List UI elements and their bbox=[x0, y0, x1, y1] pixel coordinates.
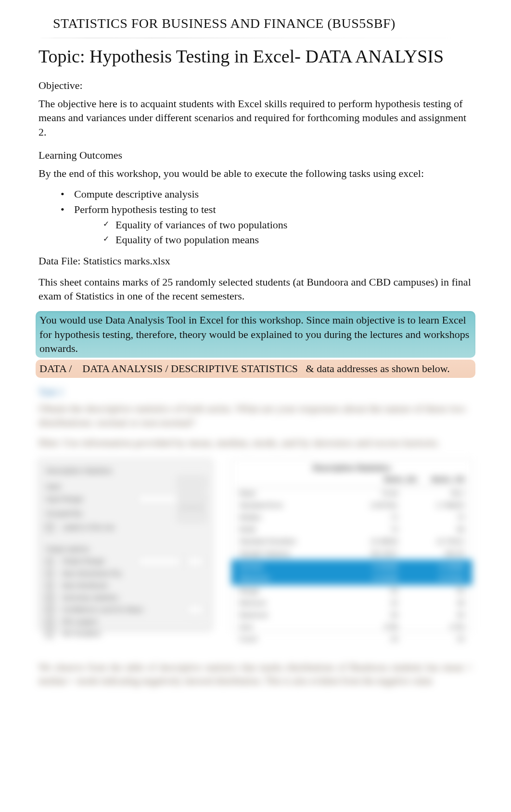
range-picker-icon bbox=[186, 557, 204, 566]
locked-footer-text: We observe from the table of descriptive… bbox=[38, 661, 473, 687]
callout-blue: You would use Data Analysis Tool in Exce… bbox=[36, 311, 475, 358]
dialog-label: Input Range: bbox=[46, 495, 132, 504]
dialog-label: Grouped By: bbox=[46, 509, 175, 518]
table-row: Standard Error2.6976412.758625 bbox=[236, 500, 467, 512]
range-picker-icon bbox=[186, 494, 204, 504]
table-row: Standard Deviation13.4882013.79312 bbox=[236, 536, 467, 548]
list-item: Equality of two population means bbox=[103, 233, 473, 247]
dialog-row: New Worksheet Ply: bbox=[46, 569, 204, 578]
excel-dialog: Descriptive Statistics Input Input Range… bbox=[38, 459, 212, 629]
outcomes-heading: Learning Outcomes bbox=[38, 148, 473, 162]
column-header: Marks_CB bbox=[432, 475, 464, 484]
data-file-label: Data File: Statistics marks.xlsx bbox=[38, 254, 473, 268]
checkbox-icon bbox=[46, 606, 53, 613]
table-row: Kurtosis-0.45283-0.23698 bbox=[239, 562, 464, 573]
table-row: Sample Variance181.9317190.25 bbox=[236, 548, 467, 560]
ok-button bbox=[178, 476, 205, 489]
list-item-label: Perform hypothesis testing to test bbox=[74, 203, 216, 215]
table-row: Minimum4238 bbox=[236, 597, 467, 609]
dialog-input bbox=[186, 605, 204, 614]
dialog-label: Labels in first row bbox=[62, 523, 204, 532]
dialog-label: Summary statistics bbox=[62, 593, 204, 602]
table-row: Mean70.6469.2 bbox=[236, 487, 467, 500]
dialog-title: Descriptive Statistics bbox=[46, 466, 204, 475]
radio-icon bbox=[46, 570, 53, 577]
breadcrumb-seg: DATA ANALYSIS bbox=[82, 362, 163, 375]
breadcrumb-sep: / bbox=[165, 362, 168, 375]
topic-title: Topic: Hypothesis Testing in Excel- DATA… bbox=[38, 44, 473, 69]
list-item: Compute descriptive analysis bbox=[61, 187, 473, 201]
dialog-row: Kth Largest: bbox=[46, 617, 204, 626]
checkbox-icon bbox=[46, 618, 53, 626]
data-file-desc: This sheet contains marks of 25 randomly… bbox=[38, 275, 473, 303]
dialog-row: Input bbox=[46, 482, 204, 491]
objective-heading: Objective: bbox=[38, 78, 473, 93]
dialog-row: Input Range: bbox=[46, 494, 204, 504]
dialog-input bbox=[137, 557, 181, 566]
figure-row: Descriptive Statistics Input Input Range… bbox=[38, 459, 473, 632]
outcomes-intro: By the end of this workshop, you would b… bbox=[38, 166, 473, 181]
table-row: Skewness-0.31626-0.47815 bbox=[239, 573, 464, 584]
table-row: Count2525 bbox=[236, 633, 467, 645]
breadcrumb-seg: DATA bbox=[39, 362, 66, 375]
table-row: Sum17661730 bbox=[236, 621, 467, 633]
column-header: Marks_BU bbox=[384, 475, 417, 484]
checkbox-icon bbox=[46, 524, 53, 531]
breadcrumb-tail: & data addresses as shown below. bbox=[306, 362, 450, 375]
breadcrumb-sep: / bbox=[69, 362, 72, 375]
dialog-label: Kth Largest: bbox=[62, 617, 204, 626]
results-table: Descriptive Statistics Marks_BU Marks_CB… bbox=[231, 459, 473, 632]
course-header: STATISTICS FOR BUSINESS AND FINANCE (BUS… bbox=[38, 14, 473, 35]
dialog-label: Input bbox=[46, 482, 204, 491]
outcomes-sublist: Equality of variances of two populations… bbox=[89, 218, 473, 247]
locked-preview: Task 1 Obtain the descriptive statistics… bbox=[38, 386, 473, 632]
list-item: Equality of variances of two populations bbox=[103, 218, 473, 232]
dialog-row: Output Range: bbox=[46, 557, 204, 566]
outcomes-list: Compute descriptive analysis Perform hyp… bbox=[38, 187, 473, 247]
dialog-label: Output options bbox=[46, 545, 204, 554]
cancel-button bbox=[178, 493, 205, 505]
dialog-label: New Worksheet Ply: bbox=[62, 569, 204, 578]
header-rule bbox=[38, 37, 473, 38]
dialog-row: Confidence Level for Mean: bbox=[46, 605, 204, 614]
help-button bbox=[178, 509, 205, 522]
dialog-label: Confidence Level for Mean: bbox=[62, 605, 181, 614]
dialog-value bbox=[179, 507, 204, 520]
dialog-row: Summary statistics bbox=[46, 593, 204, 602]
table-header-row: Marks_BU Marks_CB bbox=[236, 474, 467, 487]
dialog-row: Output options bbox=[46, 545, 204, 554]
dialog-row: New Workbook bbox=[46, 581, 204, 590]
list-item: Perform hypothesis testing to test Equal… bbox=[61, 202, 473, 247]
document-page: STATISTICS FOR BUSINESS AND FINANCE (BUS… bbox=[0, 0, 511, 812]
dialog-row: Grouped By: bbox=[46, 507, 204, 520]
task-question: Obtain the descriptive statistics of bot… bbox=[38, 401, 473, 430]
table-row: Mode7468 bbox=[236, 524, 467, 536]
objective-text: The objective here is to acquaint studen… bbox=[38, 97, 473, 139]
radio-icon bbox=[46, 582, 53, 589]
table-row: Median7270 bbox=[236, 512, 467, 524]
checkbox-icon bbox=[46, 594, 53, 601]
dialog-label: Kth Smallest: bbox=[62, 629, 204, 638]
table-title: Descriptive Statistics bbox=[236, 463, 467, 474]
task-hint: Hint: Use information provided by mean, … bbox=[38, 436, 473, 450]
dialog-label: New Workbook bbox=[62, 581, 204, 590]
task-label: Task 1 bbox=[38, 386, 473, 399]
highlighted-rows: Kurtosis-0.45283-0.23698 Skewness-0.3162… bbox=[231, 560, 472, 586]
dialog-buttons bbox=[178, 476, 205, 522]
dialog-row: Kth Smallest: bbox=[46, 629, 204, 638]
table-row: Range5255 bbox=[236, 585, 467, 597]
table-row: Maximum9493 bbox=[236, 609, 467, 621]
callout-orange: DATA / DATA ANALYSIS / DESCRIPTIVE STATI… bbox=[36, 360, 475, 378]
checkbox-icon bbox=[46, 630, 53, 638]
dialog-input bbox=[137, 494, 181, 504]
dialog-row: Labels in first row bbox=[46, 523, 204, 532]
dialog-label: Output Range: bbox=[62, 557, 132, 566]
radio-icon bbox=[46, 558, 53, 565]
breadcrumb-seg: DESCRIPTIVE STATISTICS bbox=[171, 362, 298, 375]
